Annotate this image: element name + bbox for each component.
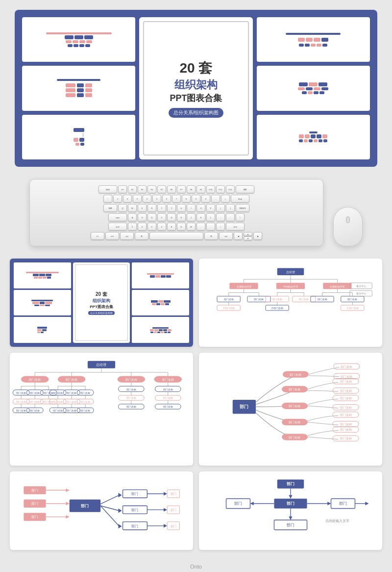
svg-text:部门名称: 部门名称 <box>53 391 63 394</box>
kb-key-f6: F6 <box>167 185 176 193</box>
kb-key-1: 1 <box>113 195 122 203</box>
svg-text:备注中心: 备注中心 <box>356 285 366 287</box>
svg-text:子部门名称: 子部门名称 <box>271 307 283 310</box>
kb-key-r: R <box>147 204 156 212</box>
svg-marker-180 <box>66 502 69 505</box>
svg-text:部门名称: 部门名称 <box>30 391 40 394</box>
kb-key-lbr: [ <box>216 204 225 212</box>
kb-key-f5: F5 <box>157 185 166 193</box>
kb-key-h: H <box>177 213 186 221</box>
kb-key-f1: F1 <box>118 185 127 193</box>
slide-card-6[interactable]: 部门 部门 部门 部门 <box>199 471 382 550</box>
kb-key-x: X <box>138 223 147 231</box>
kb-key-tab: tab <box>103 204 117 212</box>
svg-text:部门: 部门 <box>339 501 347 506</box>
kb-key-q: Q <box>118 204 127 212</box>
kb-key-g: G <box>167 213 176 221</box>
kb-key-left: ◀ <box>234 232 243 240</box>
kb-key-rcmd: ⌘ <box>204 232 218 240</box>
kb-key-d: D <box>147 213 156 221</box>
slide-card-1[interactable]: 20 套 组织架构 PPT图表合集 总分关系/组织架构图 <box>10 259 193 347</box>
svg-text:部门: 部门 <box>171 492 176 495</box>
kb-key-3: 3 <box>133 195 142 203</box>
kb-key-c: C <box>147 223 156 231</box>
kb-key-f11: F11 <box>216 185 225 193</box>
kb-key-cmd: ⌘ <box>135 232 148 240</box>
svg-text:部门名称: 部门名称 <box>289 388 301 391</box>
slide-card-4[interactable]: 部门 部门名称 部门名称 部门名称 部门名称 部门名称 <box>199 353 382 466</box>
svg-text:部门名称: 部门名称 <box>318 298 327 301</box>
svg-text:部门名称: 部门名称 <box>44 391 53 394</box>
svg-text:部门: 部门 <box>287 481 294 486</box>
kb-key-b: B <box>167 223 176 231</box>
orgchart-svg: 总经理 左侧副总经理 中间副总经理 右侧副总经理 <box>200 266 381 339</box>
mindmap-svg: 部门 部门名称 部门名称 部门名称 部门名称 部门名称 <box>205 355 376 463</box>
flowchart-container: 总经理 部门名称 部门名称 部门名称 部门名称 <box>10 353 193 466</box>
hero-title2: PPT图表合集 <box>170 92 222 104</box>
svg-text:部门名称: 部门名称 <box>254 298 264 301</box>
svg-text:部门名称: 部门名称 <box>289 404 301 408</box>
kb-key-down: ▼ <box>244 236 252 240</box>
svg-text:部门名称: 部门名称 <box>126 405 136 408</box>
svg-line-189 <box>100 506 119 526</box>
kb-key-opt: opt <box>120 232 134 240</box>
slide-card-2[interactable]: 总经理 左侧副总经理 中间副总经理 右侧副总经理 <box>199 259 382 347</box>
s1-title2: PPT图表合集 <box>90 304 113 310</box>
kb-key-i: I <box>187 204 196 212</box>
hero-thumb-mr <box>257 66 370 110</box>
svg-text:部门名称: 部门名称 <box>30 409 40 412</box>
svg-text:部门名称: 部门名称 <box>126 388 136 391</box>
hero-thumb-tr <box>257 17 370 62</box>
svg-line-187 <box>100 506 119 511</box>
orgchart-container: 总经理 左侧副总经理 中间副总经理 右侧副总经理 <box>199 259 382 347</box>
kb-key-bs2: \ <box>236 213 245 221</box>
svg-text:部门名称: 部门名称 <box>340 437 352 440</box>
kb-key-l: L <box>206 213 215 221</box>
svg-text:部门名称: 部门名称 <box>289 436 301 439</box>
kb-key-ctrl: ctrl <box>105 232 119 240</box>
svg-text:部门名称: 部门名称 <box>67 400 76 403</box>
kb-key-u: U <box>177 204 186 212</box>
svg-text:部门: 部门 <box>131 508 138 512</box>
svg-marker-202 <box>164 524 167 527</box>
svg-text:部门名称: 部门名称 <box>341 375 352 378</box>
kb-key-rshift: shift <box>226 223 245 231</box>
svg-marker-227 <box>289 517 292 520</box>
mindmap-container: 部门 部门名称 部门名称 部门名称 部门名称 部门名称 <box>199 353 382 466</box>
svg-text:部门名称: 部门名称 <box>272 298 282 301</box>
svg-text:部门名称: 部门名称 <box>340 413 352 416</box>
kb-key-5: 5 <box>152 195 161 203</box>
hero-card: 20 套 组织架构 PPT图表合集 总分关系/组织架构图 <box>15 10 377 167</box>
svg-text:部门: 部门 <box>31 515 38 519</box>
keyboard: esc F1 F2 F3 F4 F5 F6 F7 F8 F9 F10 F11 F… <box>29 179 323 246</box>
svg-text:部门名称: 部门名称 <box>66 378 77 381</box>
svg-text:部门名称: 部门名称 <box>341 365 352 368</box>
slide-card-3[interactable]: 总经理 部门名称 部门名称 部门名称 部门名称 <box>10 353 193 466</box>
kb-key-slash: / <box>216 223 225 231</box>
svg-marker-200 <box>164 508 167 512</box>
svg-marker-188 <box>118 508 122 513</box>
svg-text:部门名称: 部门名称 <box>44 400 53 403</box>
kb-key-a: A <box>128 213 137 221</box>
process-container-6: 部门 部门 部门 部门 <box>199 471 382 550</box>
svg-text:部门名称: 部门名称 <box>163 396 173 399</box>
hero-thumb-ml <box>22 66 135 110</box>
kb-key-k: K <box>196 213 205 221</box>
kb-key-j: J <box>187 213 196 221</box>
kb-key-n: N <box>177 223 186 231</box>
kb-key-minus: - <box>211 195 220 203</box>
svg-text:部门名称: 部门名称 <box>340 406 352 409</box>
s1-center: 20 套 组织架构 PPT图表合集 总分关系/组织架构图 <box>73 262 130 343</box>
svg-text:部门名称: 部门名称 <box>163 388 173 391</box>
svg-text:部门名称: 部门名称 <box>53 400 63 403</box>
svg-text:部门: 部门 <box>171 524 176 528</box>
slide-card-5[interactable]: 部门 部门 部门 部门 <box>10 471 193 550</box>
svg-text:部门: 部门 <box>31 501 38 506</box>
svg-text:部门名称: 部门名称 <box>126 396 136 399</box>
svg-text:左侧副总经理: 左侧副总经理 <box>237 285 251 288</box>
svg-text:部门名称: 部门名称 <box>80 391 90 394</box>
hero-center: 20 套 组织架构 PPT图表合集 总分关系/组织架构图 <box>139 17 252 159</box>
kb-key-f4: F4 <box>147 185 156 193</box>
mouse-scroll <box>346 216 350 223</box>
kb-key-f: F <box>157 213 166 221</box>
